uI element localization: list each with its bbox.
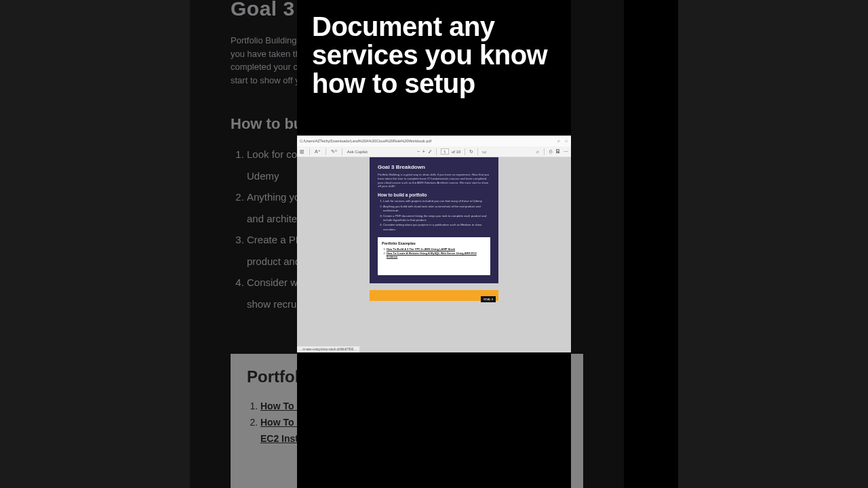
page-view-icon[interactable]: ▭ xyxy=(482,149,487,155)
file-path: C:/Users/AZTechy/Downloads/Land%20A%20Cl… xyxy=(300,139,555,143)
rotate-icon[interactable]: ↻ xyxy=(469,149,473,155)
more-icon[interactable]: ⋯ xyxy=(564,149,568,155)
letterbox-right xyxy=(678,0,868,488)
search-icon[interactable]: ⌕ xyxy=(557,138,560,144)
page-number-input[interactable]: 5 xyxy=(441,148,449,155)
address-bar[interactable]: C:/Users/AZTechy/Downloads/Land%20A%20Cl… xyxy=(297,136,571,146)
pdf-viewer-window: C:/Users/AZTechy/Downloads/Land%20A%20Cl… xyxy=(297,136,571,352)
save-icon[interactable]: 🖫 xyxy=(555,149,560,154)
pdf-paragraph: Portfolio Building is a great way to sho… xyxy=(378,173,490,188)
pdf-list-item: Consider writing about you projects in a… xyxy=(383,223,490,232)
pdf-goal-tag: GOAL 3 xyxy=(481,296,496,302)
pdf-page-area[interactable]: Goal 3 Breakdown Portfolio Building is a… xyxy=(297,157,571,352)
pointer-arrow-icon: ▸ xyxy=(212,367,219,385)
pdf-subheading: How to build a portfolio xyxy=(378,192,490,197)
pdf-page: Goal 3 Breakdown Portfolio Building is a… xyxy=(370,157,498,283)
fit-page-icon[interactable]: ⤢ xyxy=(428,149,432,155)
pdf-next-page-gold: GOAL 3 xyxy=(370,290,498,301)
pdf-heading: Goal 3 Breakdown xyxy=(378,164,490,170)
find-icon[interactable]: ⌕ xyxy=(536,149,539,154)
pdf-portfolio-title: Portfolio Examples xyxy=(382,241,486,245)
pdf-list-item: Look for courses with projects included … xyxy=(383,199,490,203)
overlay-headline: Document any services you know how to se… xyxy=(297,0,571,104)
star-icon[interactable]: ☆ xyxy=(564,138,568,144)
pdf-list-item: Anything you build with cloud tools take… xyxy=(383,205,490,214)
pdf-portfolio-list: How To Build A 3 Tier VPC In AWS Using L… xyxy=(382,247,486,259)
text-size-button[interactable]: A⁺ xyxy=(315,149,321,155)
pdf-list-item: Create a PDF document listing the steps … xyxy=(383,214,490,223)
pdf-portfolio-item[interactable]: How To Create A Website Using A MySQL We… xyxy=(387,251,486,259)
zoom-out-button[interactable]: − xyxy=(417,149,420,154)
zoom-in-button[interactable]: + xyxy=(422,149,425,154)
pdf-list: Look for courses with projects included … xyxy=(378,199,490,232)
pdf-toolbar: ▥ A⁺ ✎⁰ Ask Copilot − + ⤢ 5 of 10 ↻ ▭ xyxy=(297,146,571,157)
draw-icon[interactable]: ✎⁰ xyxy=(331,149,337,155)
contents-icon[interactable]: ▥ xyxy=(300,149,304,155)
foreground-column: Document any services you know how to se… xyxy=(297,0,571,488)
page-total: of 10 xyxy=(452,150,460,154)
pdf-portfolio-box: Portfolio Examples How To Build A 3 Tier… xyxy=(378,237,490,275)
link-status-bar: …in-aws-using-lamp-stack-dc8bb67093… xyxy=(297,346,359,352)
print-icon[interactable]: ⎙ xyxy=(549,149,552,154)
ask-copilot-button[interactable]: Ask Copilot xyxy=(347,150,368,154)
letterbox-left xyxy=(0,0,190,488)
